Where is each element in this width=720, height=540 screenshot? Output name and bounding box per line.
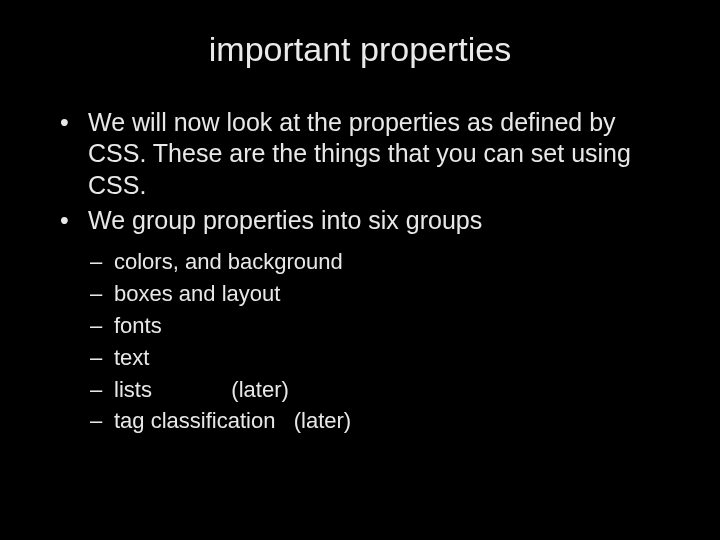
sub-list: colors, and background boxes and layout … bbox=[90, 246, 680, 437]
slide: important properties We will now look at… bbox=[0, 0, 720, 540]
slide-title: important properties bbox=[40, 30, 680, 69]
sub-item: colors, and background bbox=[90, 246, 680, 278]
sub-item: boxes and layout bbox=[90, 278, 680, 310]
sub-item: lists (later) bbox=[90, 374, 680, 406]
sub-item: text bbox=[90, 342, 680, 374]
bullet-list: We will now look at the properties as de… bbox=[60, 107, 680, 236]
bullet-item: We group properties into six groups bbox=[60, 205, 680, 236]
bullet-item: We will now look at the properties as de… bbox=[60, 107, 680, 201]
sub-item: fonts bbox=[90, 310, 680, 342]
sub-item: tag classification (later) bbox=[90, 405, 680, 437]
